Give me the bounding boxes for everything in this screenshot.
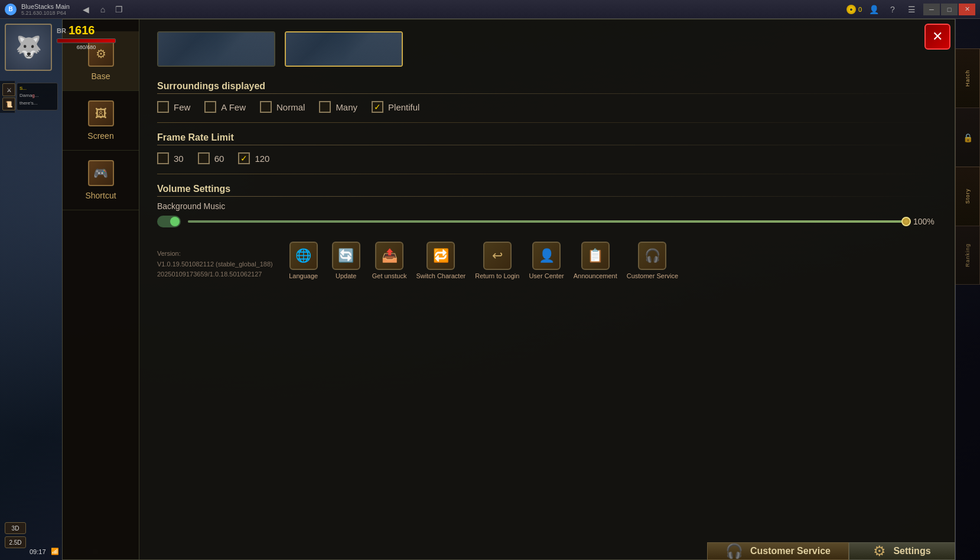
- preview-img-inner-1: [158, 32, 274, 66]
- customer-service-button[interactable]: 🎧 Customer Service: [707, 542, 849, 560]
- bg-music-toggle[interactable]: [157, 216, 181, 227]
- user-center-label: User Center: [529, 272, 564, 279]
- slider-fill: [188, 220, 906, 223]
- chat-area: S... Damag... there's...: [17, 83, 58, 110]
- status-time: 09:17: [30, 548, 46, 555]
- coin-display: ● 0: [846, 5, 862, 14]
- checkbox-few[interactable]: [157, 101, 169, 113]
- option-fps30[interactable]: 30: [157, 152, 184, 164]
- screen-nav-icon: 🖼: [88, 100, 114, 126]
- customer-service-bottom-label: Customer Service: [750, 546, 831, 556]
- nav-item-shortcut[interactable]: 🎮 Shortcut: [63, 151, 139, 210]
- slider-thumb[interactable]: [901, 217, 911, 226]
- right-panel-ranking[interactable]: Ranking: [955, 226, 980, 285]
- toolbar-update[interactable]: 🔄 Update: [327, 239, 365, 282]
- volume-header: Volume Settings: [157, 184, 937, 194]
- preview-overlay-1: [158, 32, 274, 66]
- titlebar-right: ● 0 👤 ? ☰ ─ □ ✕: [846, 2, 975, 17]
- version-area: Version: V1.0.19.501082112 (stable_globa…: [157, 239, 937, 282]
- chat-line-2: Damag...: [19, 93, 55, 99]
- app-version: 5.21.630.1018 P64: [21, 10, 70, 16]
- announcement-label: Announcement: [574, 272, 617, 279]
- label-fps60: 60: [214, 154, 224, 164]
- titlebar-settings-button[interactable]: ☰: [904, 2, 919, 17]
- character-avatar: 🐺: [5, 24, 52, 71]
- label-plentiful: Plentiful: [388, 102, 419, 112]
- checkbox-fps30[interactable]: [157, 152, 169, 164]
- home-button[interactable]: ⌂: [96, 2, 110, 17]
- copy-button[interactable]: ❐: [112, 2, 126, 17]
- option-a-few[interactable]: A Few: [204, 101, 246, 113]
- right-panel-hatch[interactable]: Hatch: [955, 48, 980, 108]
- preview-images-row: [157, 31, 937, 67]
- checkbox-a-few[interactable]: [204, 101, 216, 113]
- chat-line-3: there's...: [19, 100, 55, 106]
- version-build: 20250109173659/1.0.18.501062127: [157, 269, 273, 280]
- label-fps30: 30: [174, 154, 184, 164]
- toolbar-language[interactable]: 🌐 Language: [285, 239, 323, 282]
- toggle-knob: [170, 217, 180, 226]
- frame-rate-options: 30 60 ✓ 120: [157, 152, 937, 164]
- character-info: 🐺 BR 1616 680/680: [5, 24, 116, 71]
- checkbox-many[interactable]: [319, 101, 331, 113]
- right-panel-story[interactable]: Story: [955, 167, 980, 226]
- bg-music-track[interactable]: [188, 220, 906, 223]
- toolbar-user-center[interactable]: 👤 User Center: [526, 239, 566, 282]
- settings-content-area: Surroundings displayed Few A Few Normal …: [139, 19, 955, 559]
- settings-bottom-label: Settings: [893, 546, 930, 556]
- view-2-5d-button[interactable]: 2.5D: [5, 536, 26, 548]
- customer-service-toolbar-label: Customer Service: [627, 272, 678, 279]
- settings-button[interactable]: ⚙ Settings: [849, 542, 955, 560]
- customer-service-bottom-icon: 🎧: [725, 543, 743, 559]
- view-3d-button[interactable]: 3D: [5, 522, 26, 534]
- character-wolf-icon: 🐺: [15, 35, 42, 60]
- coin-icon: ●: [846, 5, 856, 14]
- version-info: Version: V1.0.19.501082112 (stable_globa…: [157, 249, 273, 280]
- panel-close-button[interactable]: ✕: [924, 24, 950, 50]
- switch-character-icon: 🔁: [426, 242, 455, 270]
- settings-navigation: ⚙ Base 🖼 Screen 🎮 Shortcut: [63, 19, 139, 559]
- option-few[interactable]: Few: [157, 101, 190, 113]
- view-mode-buttons: 3D 2.5D: [5, 522, 26, 548]
- left-icon-1[interactable]: ⚔: [2, 83, 15, 96]
- update-label: Update: [336, 272, 356, 279]
- toolbar-announcement[interactable]: 📋 Announcement: [571, 239, 620, 282]
- option-fps120[interactable]: ✓ 120: [238, 152, 269, 164]
- toolbar-return-to-login[interactable]: ↩ Return to Login: [473, 239, 522, 282]
- divider-1: [157, 122, 937, 123]
- label-fps120: 120: [255, 154, 269, 164]
- maximize-button[interactable]: □: [941, 4, 958, 15]
- toolbar-get-unstuck[interactable]: 📤 Get unstuck: [370, 239, 409, 282]
- preview-image-2[interactable]: [285, 31, 403, 67]
- update-icon: 🔄: [332, 242, 360, 270]
- bg-music-value: 100%: [913, 217, 937, 226]
- preview-img-inner-2: [286, 32, 402, 66]
- chat-line-1: S...: [19, 86, 55, 92]
- close-window-button[interactable]: ✕: [959, 4, 975, 15]
- minimize-button[interactable]: ─: [923, 4, 940, 15]
- back-button[interactable]: ◀: [79, 2, 93, 17]
- option-fps60[interactable]: 60: [198, 152, 224, 164]
- divider-2: [157, 174, 937, 174]
- app-name: BlueStacks Main: [21, 3, 70, 10]
- help-button[interactable]: ?: [885, 2, 900, 17]
- checkbox-normal[interactable]: [260, 101, 272, 113]
- checkbox-plentiful[interactable]: ✓: [372, 101, 383, 113]
- right-panel-locked-1[interactable]: 🔒: [955, 108, 980, 167]
- option-plentiful[interactable]: ✓ Plentiful: [372, 101, 419, 113]
- option-normal[interactable]: Normal: [260, 101, 305, 113]
- option-many[interactable]: Many: [319, 101, 357, 113]
- left-icon-2[interactable]: 📜: [2, 97, 15, 110]
- preview-image-1[interactable]: [157, 31, 275, 67]
- wifi-icon: 📶: [51, 548, 59, 555]
- toolbar-customer-service[interactable]: 🎧 Customer Service: [624, 239, 681, 282]
- toolbar-switch-character[interactable]: 🔁 Switch Character: [414, 239, 468, 282]
- nav-item-screen[interactable]: 🖼 Screen: [63, 91, 139, 151]
- shortcut-nav-label: Shortcut: [85, 191, 116, 200]
- checkbox-fps120[interactable]: ✓: [238, 152, 250, 164]
- checkbox-fps60[interactable]: [198, 152, 210, 164]
- bottom-toolbar-area: 🌐 Language 🔄 Update 📤 Get unstuck 🔁 Swit…: [285, 239, 681, 282]
- surroundings-header: Surroundings displayed: [157, 81, 937, 92]
- user-button[interactable]: 👤: [867, 2, 881, 17]
- titlebar: B BlueStacks Main 5.21.630.1018 P64 ◀ ⌂ …: [0, 0, 980, 19]
